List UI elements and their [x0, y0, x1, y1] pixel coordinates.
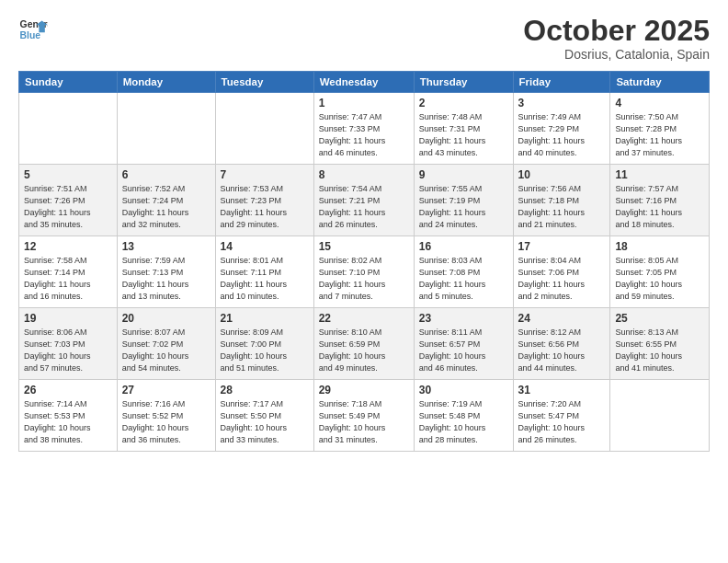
logo: General Blue [18, 15, 48, 44]
table-row: 25Sunrise: 8:13 AM Sunset: 6:55 PM Dayli… [610, 308, 710, 380]
day-number: 20 [122, 312, 210, 325]
table-row: 2Sunrise: 7:48 AM Sunset: 7:31 PM Daylig… [414, 93, 513, 165]
table-row: 20Sunrise: 8:07 AM Sunset: 7:02 PM Dayli… [117, 308, 215, 380]
day-info: Sunrise: 7:14 AM Sunset: 5:53 PM Dayligh… [24, 398, 112, 446]
calendar-week-row: 26Sunrise: 7:14 AM Sunset: 5:53 PM Dayli… [19, 380, 710, 452]
table-row: 30Sunrise: 7:19 AM Sunset: 5:48 PM Dayli… [414, 380, 513, 452]
calendar-header-row: Sunday Monday Tuesday Wednesday Thursday… [19, 72, 710, 93]
month-title: October 2025 [523, 15, 710, 47]
day-number: 6 [122, 168, 210, 181]
day-number: 31 [518, 384, 606, 396]
table-row: 11Sunrise: 7:57 AM Sunset: 7:16 PM Dayli… [610, 165, 710, 236]
day-number: 28 [221, 384, 309, 396]
page: General Blue October 2025 Dosrius, Catal… [0, 0, 728, 563]
table-row: 17Sunrise: 8:04 AM Sunset: 7:06 PM Dayli… [513, 236, 610, 308]
col-tuesday: Tuesday [215, 72, 313, 93]
day-info: Sunrise: 7:47 AM Sunset: 7:33 PM Dayligh… [319, 111, 409, 159]
day-info: Sunrise: 8:04 AM Sunset: 7:06 PM Dayligh… [518, 255, 606, 303]
calendar-week-row: 12Sunrise: 7:58 AM Sunset: 7:14 PM Dayli… [19, 236, 710, 308]
table-row: 21Sunrise: 8:09 AM Sunset: 7:00 PM Dayli… [215, 308, 313, 380]
day-info: Sunrise: 8:06 AM Sunset: 7:03 PM Dayligh… [24, 327, 112, 374]
day-info: Sunrise: 7:58 AM Sunset: 7:14 PM Dayligh… [24, 255, 112, 303]
table-row: 9Sunrise: 7:55 AM Sunset: 7:19 PM Daylig… [414, 165, 513, 236]
day-info: Sunrise: 7:49 AM Sunset: 7:29 PM Dayligh… [518, 111, 606, 159]
day-number: 4 [615, 97, 704, 109]
day-info: Sunrise: 7:17 AM Sunset: 5:50 PM Dayligh… [221, 398, 309, 446]
day-info: Sunrise: 7:20 AM Sunset: 5:47 PM Dayligh… [518, 398, 606, 446]
day-number: 16 [419, 240, 508, 253]
col-friday: Friday [513, 72, 610, 93]
day-info: Sunrise: 7:18 AM Sunset: 5:49 PM Dayligh… [319, 398, 409, 446]
day-number: 10 [518, 168, 606, 181]
day-number: 17 [518, 240, 606, 253]
table-row [19, 93, 118, 165]
table-row: 28Sunrise: 7:17 AM Sunset: 5:50 PM Dayli… [215, 380, 313, 452]
day-info: Sunrise: 7:48 AM Sunset: 7:31 PM Dayligh… [419, 111, 508, 159]
day-info: Sunrise: 8:02 AM Sunset: 7:10 PM Dayligh… [319, 255, 409, 303]
day-number: 5 [24, 168, 112, 181]
day-number: 13 [122, 240, 210, 253]
col-thursday: Thursday [414, 72, 513, 93]
table-row: 29Sunrise: 7:18 AM Sunset: 5:49 PM Dayli… [313, 380, 414, 452]
table-row: 10Sunrise: 7:56 AM Sunset: 7:18 PM Dayli… [513, 165, 610, 236]
day-number: 1 [319, 97, 409, 109]
day-info: Sunrise: 7:54 AM Sunset: 7:21 PM Dayligh… [319, 183, 409, 231]
table-row: 12Sunrise: 7:58 AM Sunset: 7:14 PM Dayli… [19, 236, 118, 308]
day-number: 18 [615, 240, 704, 253]
table-row: 15Sunrise: 8:02 AM Sunset: 7:10 PM Dayli… [313, 236, 414, 308]
table-row: 22Sunrise: 8:10 AM Sunset: 6:59 PM Dayli… [313, 308, 414, 380]
table-row: 31Sunrise: 7:20 AM Sunset: 5:47 PM Dayli… [513, 380, 610, 452]
day-info: Sunrise: 8:12 AM Sunset: 6:56 PM Dayligh… [518, 327, 606, 374]
day-number: 12 [24, 240, 112, 253]
day-info: Sunrise: 8:05 AM Sunset: 7:05 PM Dayligh… [615, 255, 704, 303]
day-info: Sunrise: 7:16 AM Sunset: 5:52 PM Dayligh… [122, 398, 210, 446]
table-row: 7Sunrise: 7:53 AM Sunset: 7:23 PM Daylig… [215, 165, 313, 236]
calendar-week-row: 1Sunrise: 7:47 AM Sunset: 7:33 PM Daylig… [19, 93, 710, 165]
table-row: 27Sunrise: 7:16 AM Sunset: 5:52 PM Dayli… [117, 380, 215, 452]
day-info: Sunrise: 8:09 AM Sunset: 7:00 PM Dayligh… [221, 327, 309, 374]
day-number: 11 [615, 168, 704, 181]
table-row: 6Sunrise: 7:52 AM Sunset: 7:24 PM Daylig… [117, 165, 215, 236]
day-number: 14 [221, 240, 309, 253]
day-info: Sunrise: 8:01 AM Sunset: 7:11 PM Dayligh… [221, 255, 309, 303]
col-monday: Monday [117, 72, 215, 93]
day-number: 23 [419, 312, 508, 325]
day-info: Sunrise: 8:11 AM Sunset: 6:57 PM Dayligh… [419, 327, 508, 374]
table-row [215, 93, 313, 165]
day-number: 30 [419, 384, 508, 396]
table-row: 5Sunrise: 7:51 AM Sunset: 7:26 PM Daylig… [19, 165, 118, 236]
table-row: 13Sunrise: 7:59 AM Sunset: 7:13 PM Dayli… [117, 236, 215, 308]
table-row: 4Sunrise: 7:50 AM Sunset: 7:28 PM Daylig… [610, 93, 710, 165]
day-number: 8 [319, 168, 409, 181]
table-row: 8Sunrise: 7:54 AM Sunset: 7:21 PM Daylig… [313, 165, 414, 236]
day-info: Sunrise: 7:50 AM Sunset: 7:28 PM Dayligh… [615, 111, 704, 159]
day-number: 24 [518, 312, 606, 325]
day-number: 3 [518, 97, 606, 109]
title-block: October 2025 Dosrius, Catalonia, Spain [523, 15, 710, 62]
table-row: 1Sunrise: 7:47 AM Sunset: 7:33 PM Daylig… [313, 93, 414, 165]
logo-icon: General Blue [18, 15, 48, 44]
location-subtitle: Dosrius, Catalonia, Spain [523, 47, 710, 62]
day-info: Sunrise: 7:55 AM Sunset: 7:19 PM Dayligh… [419, 183, 508, 231]
day-number: 19 [24, 312, 112, 325]
day-number: 25 [615, 312, 704, 325]
col-wednesday: Wednesday [313, 72, 414, 93]
day-number: 21 [221, 312, 309, 325]
table-row: 3Sunrise: 7:49 AM Sunset: 7:29 PM Daylig… [513, 93, 610, 165]
table-row: 18Sunrise: 8:05 AM Sunset: 7:05 PM Dayli… [610, 236, 710, 308]
table-row: 24Sunrise: 8:12 AM Sunset: 6:56 PM Dayli… [513, 308, 610, 380]
day-number: 22 [319, 312, 409, 325]
day-number: 26 [24, 384, 112, 396]
table-row [610, 380, 710, 452]
day-info: Sunrise: 8:10 AM Sunset: 6:59 PM Dayligh… [319, 327, 409, 374]
day-number: 29 [319, 384, 409, 396]
day-info: Sunrise: 8:07 AM Sunset: 7:02 PM Dayligh… [122, 327, 210, 374]
day-info: Sunrise: 7:59 AM Sunset: 7:13 PM Dayligh… [122, 255, 210, 303]
table-row: 19Sunrise: 8:06 AM Sunset: 7:03 PM Dayli… [19, 308, 118, 380]
col-saturday: Saturday [610, 72, 710, 93]
day-number: 9 [419, 168, 508, 181]
calendar-table: Sunday Monday Tuesday Wednesday Thursday… [18, 71, 710, 452]
day-info: Sunrise: 7:53 AM Sunset: 7:23 PM Dayligh… [221, 183, 309, 231]
table-row: 16Sunrise: 8:03 AM Sunset: 7:08 PM Dayli… [414, 236, 513, 308]
day-info: Sunrise: 8:03 AM Sunset: 7:08 PM Dayligh… [419, 255, 508, 303]
